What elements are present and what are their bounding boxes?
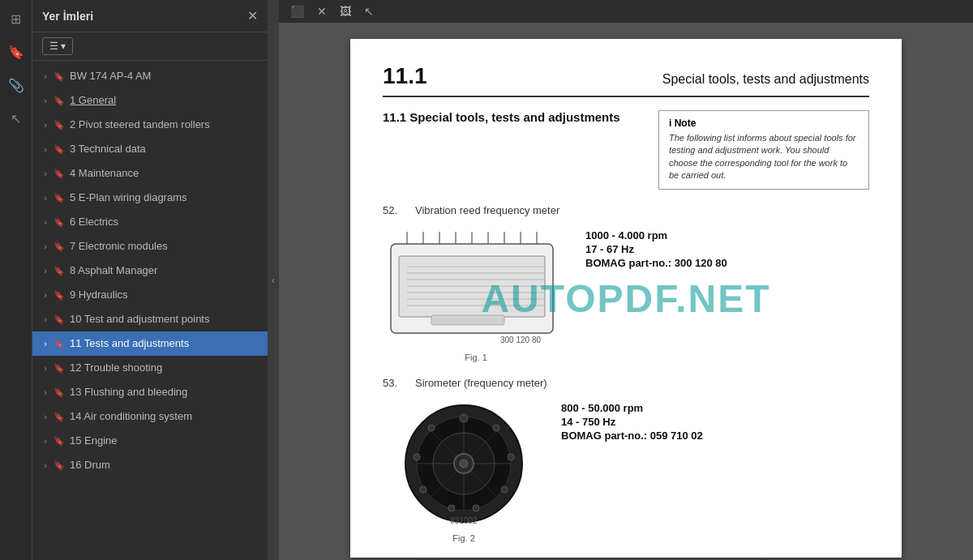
item-52-number: 52. bbox=[383, 204, 407, 216]
sidebar: Yer İmleri ✕ ☰ ▾ ›🔖BW 174 AP-4 AM›🔖1 Gen… bbox=[32, 0, 268, 560]
sidebar-item-label-electrics: 6 Electrics bbox=[70, 216, 261, 229]
sidebar-item-flushing[interactable]: ›🔖13 Flushing and bleeding bbox=[32, 380, 268, 404]
sidebar-item-pivot[interactable]: ›🔖2 Pivot steered tandem rollers bbox=[32, 113, 268, 137]
bookmark-icon-bw174: 🔖 bbox=[52, 71, 66, 82]
sidebar-item-technical[interactable]: ›🔖3 Technical data bbox=[32, 137, 268, 161]
sidebar-title: Yer İmleri bbox=[42, 10, 93, 23]
expand-icon-maintenance[interactable]: › bbox=[39, 168, 52, 179]
svg-point-34 bbox=[414, 454, 420, 460]
sidebar-item-maintenance[interactable]: ›🔖4 Maintenance bbox=[32, 161, 268, 186]
toolbar-icon-1[interactable]: ⬛ bbox=[287, 3, 307, 19]
sidebar-item-label-asphalt: 8 Asphalt Manager bbox=[70, 264, 261, 278]
bookmark-icon-electrics: 🔖 bbox=[52, 216, 66, 228]
bookmark-icon-eplan: 🔖 bbox=[52, 192, 66, 203]
item-53-spec-2: 14 - 750 Hz bbox=[561, 416, 869, 428]
figure-1-image: 300 120 80 bbox=[383, 228, 569, 349]
attachment-icon[interactable]: 📎 bbox=[5, 75, 28, 96]
sidebar-item-label-electronic: 7 Electronic modules bbox=[70, 240, 261, 254]
expand-icon-electronic[interactable]: › bbox=[39, 241, 52, 252]
svg-point-32 bbox=[448, 505, 455, 511]
sidebar-item-electrics[interactable]: ›🔖6 Electrics bbox=[32, 210, 268, 234]
spec-item-52: 52. Vibration reed frequency meter bbox=[383, 204, 869, 216]
sidebar-item-label-test_points: 10 Test and adjustment points bbox=[70, 313, 261, 327]
sidebar-item-electronic[interactable]: ›🔖7 Electronic modules bbox=[32, 234, 268, 259]
expand-icon-asphalt[interactable]: › bbox=[39, 265, 52, 276]
expand-icon-bw174[interactable]: › bbox=[39, 71, 52, 82]
expand-icon-test_points[interactable]: › bbox=[39, 314, 52, 325]
toolbar-icon-2[interactable]: ✕ bbox=[314, 3, 330, 19]
sidebar-item-hydraulics[interactable]: ›🔖9 Hydraulics bbox=[32, 283, 268, 307]
expand-icon-flushing[interactable]: › bbox=[39, 387, 52, 398]
sidebar-item-label-maintenance: 4 Maintenance bbox=[70, 167, 261, 181]
sidebar-item-label-eplan: 5 E-Plan wiring diagrams bbox=[70, 191, 261, 205]
item-53-spec-1: 800 - 50.000 rpm bbox=[561, 402, 869, 414]
main-content: ⬛ ✕ 🖼 ↖ AUTOPDF.NET 11.1 Special tools, … bbox=[279, 0, 973, 560]
sidebar-close-button[interactable]: ✕ bbox=[247, 8, 258, 24]
expand-icon-general[interactable]: › bbox=[39, 95, 52, 106]
expand-icon-electrics[interactable]: › bbox=[39, 216, 52, 228]
top-toolbar: ⬛ ✕ 🖼 ↖ bbox=[279, 0, 973, 23]
expand-icon-trouble[interactable]: › bbox=[39, 362, 52, 374]
bookmark-icon-electronic: 🔖 bbox=[52, 241, 66, 252]
bookmark-list: ›🔖BW 174 AP-4 AM›🔖1 General›🔖2 Pivot ste… bbox=[32, 61, 268, 560]
item-53-part: BOMAG part-no.: 059 710 02 bbox=[561, 430, 869, 442]
expand-icon-air_cond[interactable]: › bbox=[39, 411, 52, 422]
sidebar-item-label-pivot: 2 Pivot steered tandem rollers bbox=[70, 118, 261, 132]
sidebar-item-bw174[interactable]: ›🔖BW 174 AP-4 AM bbox=[32, 64, 268, 88]
item-52-spec-2: 17 - 67 Hz bbox=[585, 243, 869, 255]
expand-icon-pivot[interactable]: › bbox=[39, 119, 52, 130]
expand-icon-eplan[interactable]: › bbox=[39, 192, 52, 203]
bookmark-icon-engine: 🔖 bbox=[52, 435, 66, 447]
sidebar-toolbar-menu-button[interactable]: ☰ ▾ bbox=[42, 37, 73, 55]
expand-icon-tests_adj[interactable]: › bbox=[39, 338, 52, 349]
svg-point-30 bbox=[501, 486, 508, 493]
left-icon-bar: ⊞ 🔖 📎 ↖ bbox=[0, 0, 32, 560]
note-box: i Note The following list informs about … bbox=[658, 110, 869, 190]
page-header: 11.1 Special tools, tests and adjustment… bbox=[383, 63, 869, 97]
item-52-spec-1: 1000 - 4.000 rpm bbox=[585, 229, 869, 242]
bookmark-panel-icon[interactable]: 🔖 bbox=[5, 41, 28, 63]
svg-point-28 bbox=[493, 425, 499, 431]
fig-1-label: Fig. 1 bbox=[465, 353, 487, 362]
sidebar-header: Yer İmleri ✕ bbox=[32, 0, 268, 32]
item-52-part: BOMAG part-no.: 300 120 80 bbox=[585, 257, 869, 269]
expand-icon-drum[interactable]: › bbox=[39, 460, 52, 471]
item-52-specs: 1000 - 4.000 rpm 17 - 67 Hz BOMAG part-n… bbox=[585, 228, 869, 362]
bookmark-icon-air_cond: 🔖 bbox=[52, 411, 66, 422]
sidebar-item-eplan[interactable]: ›🔖5 E-Plan wiring diagrams bbox=[32, 186, 268, 210]
expand-icon-engine[interactable]: › bbox=[39, 435, 52, 447]
svg-point-27 bbox=[460, 414, 468, 422]
bookmark-icon-general: 🔖 bbox=[52, 95, 66, 106]
pdf-viewer: AUTOPDF.NET 11.1 Special tools, tests an… bbox=[279, 23, 973, 560]
sidebar-item-drum[interactable]: ›🔖16 Drum bbox=[32, 453, 268, 477]
pages-icon[interactable]: ⊞ bbox=[7, 8, 24, 30]
expand-icon-technical[interactable]: › bbox=[39, 143, 52, 155]
item-53-details: Sirometer (frequency meter) bbox=[415, 377, 869, 389]
svg-rect-18 bbox=[431, 315, 504, 325]
section-title: Special tools, tests and adjustments bbox=[662, 72, 869, 87]
bookmark-icon-drum: 🔖 bbox=[52, 460, 66, 471]
figure-2-block: 831002 Fig. 2 bbox=[383, 400, 545, 543]
toolbar-icon-4[interactable]: ↖ bbox=[361, 3, 377, 19]
figure-2-image: 831002 bbox=[383, 400, 545, 530]
sidebar-item-trouble[interactable]: ›🔖12 Trouble shooting bbox=[32, 356, 268, 380]
sidebar-item-tests_adj[interactable]: ›🔖11 Tests and adjustments bbox=[32, 331, 268, 356]
item-54-number: 54. bbox=[383, 558, 407, 560]
svg-point-33 bbox=[420, 486, 426, 493]
bookmark-icon-asphalt: 🔖 bbox=[52, 265, 66, 276]
bookmark-icon-maintenance: 🔖 bbox=[52, 168, 66, 179]
bookmark-icon-pivot: 🔖 bbox=[52, 119, 66, 130]
cursor-icon[interactable]: ↖ bbox=[7, 108, 24, 130]
collapse-handle[interactable]: ‹ bbox=[268, 0, 279, 560]
sidebar-item-asphalt[interactable]: ›🔖8 Asphalt Manager bbox=[32, 259, 268, 283]
sidebar-item-air_cond[interactable]: ›🔖14 Air conditioning system bbox=[32, 404, 268, 429]
expand-icon-hydraulics[interactable]: › bbox=[39, 289, 52, 301]
sidebar-item-label-engine: 15 Engine bbox=[70, 434, 261, 448]
note-title: i Note bbox=[669, 118, 859, 129]
sidebar-item-general[interactable]: ›🔖1 General bbox=[32, 88, 268, 113]
toolbar-icon-3[interactable]: 🖼 bbox=[336, 3, 354, 19]
sidebar-item-engine[interactable]: ›🔖15 Engine bbox=[32, 429, 268, 453]
bookmark-icon-tests_adj: 🔖 bbox=[52, 338, 66, 349]
svg-text:831002: 831002 bbox=[450, 516, 478, 525]
sidebar-item-test_points[interactable]: ›🔖10 Test and adjustment points bbox=[32, 307, 268, 331]
